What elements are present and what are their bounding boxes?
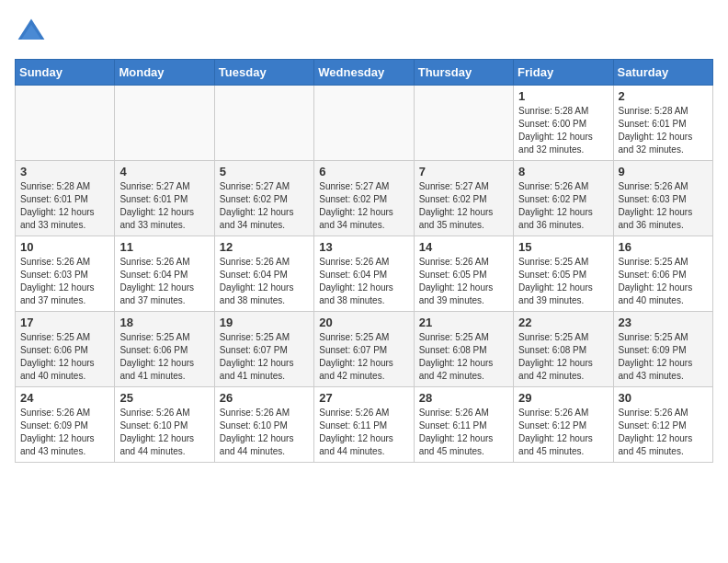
weekday-header: Wednesday: [314, 60, 414, 86]
weekday-header: Tuesday: [214, 60, 313, 86]
calendar-cell: 18Sunrise: 5:25 AM Sunset: 6:06 PM Dayli…: [115, 312, 214, 387]
day-number: 13: [319, 240, 408, 254]
weekday-header-row: SundayMondayTuesdayWednesdayThursdayFrid…: [16, 60, 713, 86]
logo-icon: [15, 15, 48, 48]
weekday-header: Sunday: [16, 60, 115, 86]
day-info: Sunrise: 5:26 AM Sunset: 6:11 PM Dayligh…: [419, 407, 508, 458]
day-info: Sunrise: 5:25 AM Sunset: 6:06 PM Dayligh…: [20, 331, 109, 383]
calendar-cell: 10Sunrise: 5:26 AM Sunset: 6:03 PM Dayli…: [16, 236, 115, 312]
logo: [15, 15, 51, 48]
day-info: Sunrise: 5:26 AM Sunset: 6:12 PM Dayligh…: [619, 407, 708, 458]
day-number: 24: [20, 391, 109, 405]
day-number: 21: [419, 316, 508, 329]
day-number: 4: [119, 165, 209, 178]
day-info: Sunrise: 5:25 AM Sunset: 6:09 PM Dayligh…: [619, 331, 708, 383]
day-info: Sunrise: 5:25 AM Sunset: 6:06 PM Dayligh…: [619, 256, 708, 307]
calendar-cell: 30Sunrise: 5:26 AM Sunset: 6:12 PM Dayli…: [613, 387, 712, 463]
day-info: Sunrise: 5:25 AM Sunset: 6:07 PM Dayligh…: [220, 331, 309, 383]
day-info: Sunrise: 5:26 AM Sunset: 6:05 PM Dayligh…: [419, 256, 508, 307]
calendar-cell: 8Sunrise: 5:26 AM Sunset: 6:02 PM Daylig…: [514, 161, 613, 236]
day-number: 1: [518, 89, 608, 103]
day-info: Sunrise: 5:26 AM Sunset: 6:12 PM Dayligh…: [518, 407, 608, 458]
day-number: 30: [619, 391, 708, 405]
day-number: 14: [419, 240, 508, 254]
calendar-cell: [214, 86, 313, 161]
day-info: Sunrise: 5:25 AM Sunset: 6:08 PM Dayligh…: [419, 331, 508, 383]
day-number: 20: [319, 316, 408, 329]
calendar-cell: 16Sunrise: 5:25 AM Sunset: 6:06 PM Dayli…: [613, 236, 712, 312]
day-info: Sunrise: 5:26 AM Sunset: 6:03 PM Dayligh…: [20, 256, 109, 307]
calendar-week: 3Sunrise: 5:28 AM Sunset: 6:01 PM Daylig…: [16, 161, 713, 236]
day-info: Sunrise: 5:26 AM Sunset: 6:10 PM Dayligh…: [220, 407, 309, 458]
calendar-cell: 24Sunrise: 5:26 AM Sunset: 6:09 PM Dayli…: [16, 387, 115, 463]
day-number: 25: [119, 391, 209, 405]
day-number: 19: [220, 316, 309, 329]
calendar-week: 17Sunrise: 5:25 AM Sunset: 6:06 PM Dayli…: [16, 312, 713, 387]
day-number: 27: [319, 391, 408, 405]
day-number: 18: [119, 316, 209, 329]
day-number: 9: [619, 165, 708, 178]
day-number: 11: [119, 240, 209, 254]
calendar-cell: 11Sunrise: 5:26 AM Sunset: 6:04 PM Dayli…: [115, 236, 214, 312]
calendar-week: 24Sunrise: 5:26 AM Sunset: 6:09 PM Dayli…: [16, 387, 713, 463]
calendar-cell: 22Sunrise: 5:25 AM Sunset: 6:08 PM Dayli…: [514, 312, 613, 387]
calendar-cell: 23Sunrise: 5:25 AM Sunset: 6:09 PM Dayli…: [613, 312, 712, 387]
calendar-cell: [115, 86, 214, 161]
day-info: Sunrise: 5:27 AM Sunset: 6:02 PM Dayligh…: [319, 180, 408, 232]
day-number: 22: [518, 316, 608, 329]
day-info: Sunrise: 5:26 AM Sunset: 6:04 PM Dayligh…: [119, 256, 209, 307]
day-number: 16: [619, 240, 708, 254]
calendar-cell: 6Sunrise: 5:27 AM Sunset: 6:02 PM Daylig…: [314, 161, 414, 236]
calendar-cell: 26Sunrise: 5:26 AM Sunset: 6:10 PM Dayli…: [214, 387, 313, 463]
calendar-cell: 19Sunrise: 5:25 AM Sunset: 6:07 PM Dayli…: [214, 312, 313, 387]
day-number: 28: [419, 391, 508, 405]
calendar: SundayMondayTuesdayWednesdayThursdayFrid…: [15, 59, 713, 463]
weekday-header: Saturday: [613, 60, 712, 86]
day-number: 6: [319, 165, 408, 178]
day-number: 7: [419, 165, 508, 178]
calendar-week: 10Sunrise: 5:26 AM Sunset: 6:03 PM Dayli…: [16, 236, 713, 312]
day-info: Sunrise: 5:26 AM Sunset: 6:04 PM Dayligh…: [319, 256, 408, 307]
day-number: 15: [518, 240, 608, 254]
day-info: Sunrise: 5:27 AM Sunset: 6:01 PM Dayligh…: [119, 180, 209, 232]
calendar-cell: [414, 86, 513, 161]
day-number: 8: [518, 165, 608, 178]
calendar-cell: 9Sunrise: 5:26 AM Sunset: 6:03 PM Daylig…: [613, 161, 712, 236]
calendar-cell: 28Sunrise: 5:26 AM Sunset: 6:11 PM Dayli…: [414, 387, 513, 463]
day-info: Sunrise: 5:26 AM Sunset: 6:09 PM Dayligh…: [20, 407, 109, 458]
day-number: 17: [20, 316, 109, 329]
calendar-cell: 15Sunrise: 5:25 AM Sunset: 6:05 PM Dayli…: [514, 236, 613, 312]
calendar-cell: 29Sunrise: 5:26 AM Sunset: 6:12 PM Dayli…: [514, 387, 613, 463]
calendar-cell: 1Sunrise: 5:28 AM Sunset: 6:00 PM Daylig…: [514, 86, 613, 161]
calendar-cell: 17Sunrise: 5:25 AM Sunset: 6:06 PM Dayli…: [16, 312, 115, 387]
calendar-cell: [314, 86, 414, 161]
day-info: Sunrise: 5:28 AM Sunset: 6:01 PM Dayligh…: [619, 105, 708, 156]
weekday-header: Thursday: [414, 60, 513, 86]
day-number: 29: [518, 391, 608, 405]
calendar-cell: 3Sunrise: 5:28 AM Sunset: 6:01 PM Daylig…: [16, 161, 115, 236]
calendar-cell: 12Sunrise: 5:26 AM Sunset: 6:04 PM Dayli…: [214, 236, 313, 312]
day-info: Sunrise: 5:26 AM Sunset: 6:10 PM Dayligh…: [119, 407, 209, 458]
day-number: 3: [20, 165, 109, 178]
day-info: Sunrise: 5:26 AM Sunset: 6:03 PM Dayligh…: [619, 180, 708, 232]
day-info: Sunrise: 5:25 AM Sunset: 6:06 PM Dayligh…: [119, 331, 209, 383]
day-info: Sunrise: 5:27 AM Sunset: 6:02 PM Dayligh…: [220, 180, 309, 232]
weekday-header: Monday: [115, 60, 214, 86]
day-info: Sunrise: 5:26 AM Sunset: 6:02 PM Dayligh…: [518, 180, 608, 232]
weekday-header: Friday: [514, 60, 613, 86]
day-info: Sunrise: 5:25 AM Sunset: 6:07 PM Dayligh…: [319, 331, 408, 383]
day-info: Sunrise: 5:25 AM Sunset: 6:08 PM Dayligh…: [518, 331, 608, 383]
day-info: Sunrise: 5:26 AM Sunset: 6:04 PM Dayligh…: [220, 256, 309, 307]
calendar-cell: 20Sunrise: 5:25 AM Sunset: 6:07 PM Dayli…: [314, 312, 414, 387]
day-info: Sunrise: 5:28 AM Sunset: 6:00 PM Dayligh…: [518, 105, 608, 156]
calendar-cell: 25Sunrise: 5:26 AM Sunset: 6:10 PM Dayli…: [115, 387, 214, 463]
day-number: 12: [220, 240, 309, 254]
page-header: [15, 15, 713, 48]
day-number: 5: [220, 165, 309, 178]
day-number: 2: [619, 89, 708, 103]
calendar-cell: [16, 86, 115, 161]
calendar-cell: 5Sunrise: 5:27 AM Sunset: 6:02 PM Daylig…: [214, 161, 313, 236]
day-number: 26: [220, 391, 309, 405]
day-number: 23: [619, 316, 708, 329]
calendar-cell: 2Sunrise: 5:28 AM Sunset: 6:01 PM Daylig…: [613, 86, 712, 161]
